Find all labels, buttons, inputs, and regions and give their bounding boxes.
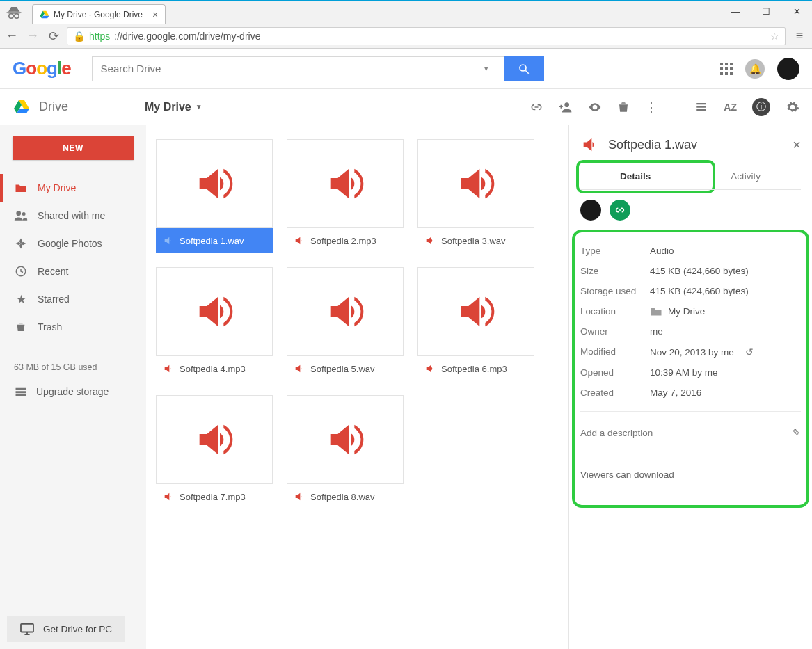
prop-label: Modified [580,346,650,358]
close-details-icon[interactable]: × [793,137,801,153]
browser-tab[interactable]: My Drive - Google Drive × [32,4,166,24]
prop-label: Created [580,387,650,398]
trash-icon [14,321,28,333]
caret-down-icon: ▼ [196,103,202,111]
prop-value: 415 KB (424,660 bytes) [650,286,801,296]
window-minimize-button[interactable]: — [720,1,751,21]
back-button[interactable]: ← [4,29,19,44]
svg-rect-13 [16,391,26,393]
upgrade-label: Upgrade storage [36,386,109,397]
audio-mini-icon [163,363,174,374]
sidebar-item-label: Trash [38,321,62,332]
share-person-icon[interactable] [559,100,573,114]
tab-title: My Drive - Google Drive [54,10,143,19]
search-input-wrapper[interactable]: ▼ [92,56,504,81]
svg-rect-8 [697,109,707,111]
sort-icon[interactable]: AZ [724,102,737,113]
audio-mini-icon [294,491,305,502]
file-thumbnail [156,139,273,228]
search-dropdown-icon[interactable]: ▼ [477,65,495,72]
google-apps-icon[interactable] [720,63,733,75]
search-button[interactable] [504,56,544,81]
photos-icon [14,237,28,250]
forward-button[interactable]: → [25,29,40,44]
sidebar-item-shared[interactable]: Shared with me [0,202,146,230]
preview-eye-icon[interactable] [588,100,602,114]
breadcrumb[interactable]: My Drive ▼ [145,101,202,113]
svg-point-9 [16,211,21,216]
history-icon[interactable]: ↺ [745,346,754,358]
get-drive-for-pc[interactable]: Get Drive for PC [7,616,125,642]
link-sharing-badge-icon[interactable] [610,200,630,221]
file-name: Softpedia 8.wav [310,492,375,502]
file-item[interactable]: Softpedia 4.mp3 [156,267,273,381]
prop-value[interactable]: My Drive [650,306,801,317]
sidebar-item-my-drive[interactable]: My Drive [0,174,146,202]
reload-button[interactable]: ⟳ [46,29,61,44]
owner-avatar[interactable] [580,200,601,221]
sidebar-item-recent[interactable]: Recent [0,257,146,285]
add-description[interactable]: Add a description ✎ [580,420,801,445]
file-name: Softpedia 2.mp3 [310,236,376,246]
get-link-icon[interactable] [530,100,543,114]
prop-value: 415 KB (424,660 bytes) [650,266,801,276]
window-maximize-button[interactable]: ☐ [751,1,781,21]
sidebar-item-label: Google Photos [38,238,102,249]
file-name: Softpedia 7.mp3 [180,492,246,502]
browser-menu-button[interactable]: ≡ [791,28,808,45]
more-actions-icon[interactable]: ⋮ [645,99,658,115]
file-item[interactable]: Softpedia 5.wav [287,267,404,381]
list-view-icon[interactable] [694,101,708,113]
view-details-toggle-icon[interactable]: ⓘ [752,98,770,116]
details-panel: Softpedia 1.wav × Details Activity TypeA… [568,125,812,649]
file-item[interactable]: Softpedia 8.wav [287,395,404,509]
file-name: Softpedia 3.wav [441,236,506,246]
google-logo[interactable]: Google [13,58,71,79]
url-protocol: https [89,31,110,42]
sidebar-item-label: Shared with me [38,210,105,221]
file-item[interactable]: Softpedia 2.mp3 [287,139,404,253]
file-item[interactable]: Softpedia 3.wav [417,139,534,253]
url-input[interactable]: 🔒 https://drive.google.com/drive/my-driv… [67,27,786,45]
edit-pencil-icon[interactable]: ✎ [793,427,801,438]
file-thumbnail [156,267,273,356]
search-input[interactable] [101,63,477,74]
notifications-icon[interactable]: 🔔 [745,59,765,79]
account-avatar[interactable] [777,58,799,80]
file-item[interactable]: Softpedia 1.wav [156,139,273,253]
svg-rect-15 [21,624,33,632]
svg-point-1 [9,14,13,18]
drive-brand[interactable]: Drive [13,99,145,115]
star-icon: ★ [14,292,28,307]
audio-mini-icon [424,235,436,246]
drive-logo-icon [13,99,31,115]
clock-icon [14,265,28,278]
upgrade-storage-link[interactable]: Upgrade storage [0,379,146,404]
svg-point-0 [6,11,22,14]
new-button[interactable]: NEW [13,136,134,160]
file-name: Softpedia 4.mp3 [180,364,246,374]
sidebar-item-label: My Drive [38,182,76,193]
tab-close-icon[interactable]: × [152,9,158,20]
settings-gear-icon[interactable] [786,100,799,114]
people-icon [14,210,28,221]
file-item[interactable]: Softpedia 6.mp3 [417,267,534,381]
svg-point-3 [520,65,526,71]
prop-label: Opened [580,367,650,378]
sidebar-item-trash[interactable]: Trash [0,313,146,341]
search-icon [518,63,530,75]
bookmark-star-icon[interactable]: ☆ [770,31,779,42]
file-caption: Softpedia 2.mp3 [287,228,404,253]
sidebar-item-photos[interactable]: Google Photos [0,230,146,257]
storage-usage-text: 63 MB of 15 GB used [0,355,146,379]
svg-rect-7 [697,106,707,107]
delete-trash-icon[interactable] [617,100,630,114]
audio-mini-icon [294,363,305,374]
sidebar-item-starred[interactable]: ★ Starred [0,285,146,313]
sidebar-item-label: Starred [38,294,70,305]
audio-icon [454,289,498,334]
file-grid[interactable]: Softpedia 1.wavSoftpedia 2.mp3Softpedia … [146,125,568,649]
file-item[interactable]: Softpedia 7.mp3 [156,395,273,509]
lock-icon: 🔒 [73,31,85,42]
window-close-button[interactable]: ✕ [781,1,812,21]
